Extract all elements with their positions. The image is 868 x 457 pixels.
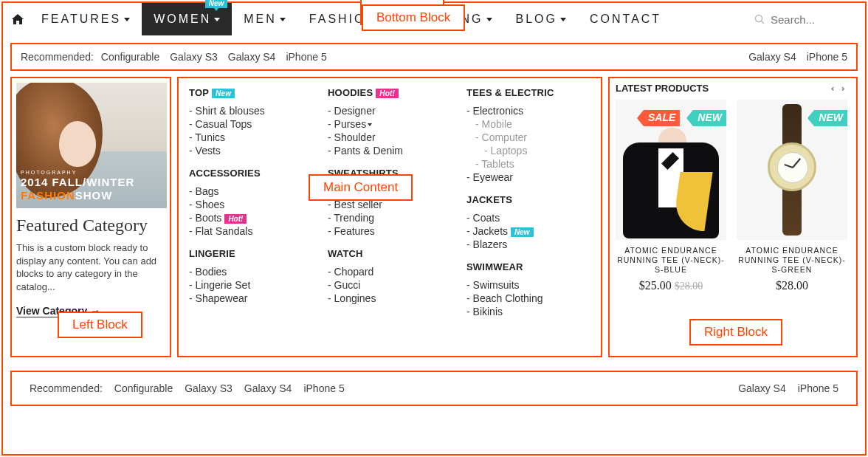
rec-link[interactable]: Galaxy S3 [170, 51, 218, 63]
mega-link[interactable]: BootsHot! [189, 211, 313, 224]
nav-fashion[interactable]: FASHIONHot! [297, 3, 397, 35]
bottom-block: Recommended: ConfigurableGalaxy S3Galaxy… [10, 371, 858, 406]
product-title: ATOMIC ENDURANCE RUNNING TEE (V-NECK)-S-… [737, 246, 847, 275]
mega-link[interactable]: JacketsNew [466, 224, 590, 238]
rec-link[interactable]: Galaxy S3 [185, 382, 232, 394]
svg-point-0 [756, 16, 762, 22]
mega-link[interactable]: Shoulder [328, 131, 452, 144]
product-card[interactable]: SALENEWATOMIC ENDURANCE RUNNING TEE (V-N… [616, 100, 726, 292]
mega-heading: WATCH [328, 248, 452, 259]
mega-link[interactable]: Tablets [466, 157, 590, 171]
mega-link[interactable]: Designer [328, 104, 452, 117]
rec-link[interactable]: iPhone 5 [798, 382, 838, 394]
rec-link[interactable]: iPhone 5 [303, 382, 344, 394]
mega-link[interactable]: Coats [466, 211, 590, 224]
latest-products-title: LATEST PRODUCTS [616, 83, 709, 94]
nav-contact[interactable]: CONTACT [578, 3, 673, 35]
mega-link[interactable]: Tunics [189, 131, 313, 144]
featured-overlay: PHOTOGRAPHY 2014 FALL/WINTER FASHIONSHOW [21, 170, 134, 202]
mega-heading: ACCESSORIES [189, 168, 313, 179]
nav-blog[interactable]: BLOG [504, 3, 578, 35]
mega-link[interactable]: Electronics [466, 104, 590, 117]
top-nav: FEATURESWOMENNewMENFASHIONHot!TRAININGBL… [3, 3, 865, 35]
mega-link[interactable]: Bikinis [466, 305, 590, 318]
rec-link[interactable]: iPhone 5 [807, 51, 847, 63]
mega-link[interactable]: Vests [189, 144, 313, 157]
mega-link[interactable]: Flat Sandals [189, 224, 313, 238]
rec-link[interactable]: Galaxy S4 [244, 382, 292, 394]
mega-link[interactable]: Eyewear [466, 171, 590, 184]
rec-link[interactable]: Galaxy S4 [738, 382, 786, 394]
mega-link[interactable]: Pants & Denim [328, 144, 452, 157]
recommended-label: Recommended: [21, 51, 94, 63]
view-category-link[interactable]: View Category → [16, 305, 100, 317]
featured-desc: This is a custom block ready to display … [16, 241, 165, 293]
left-block: PHOTOGRAPHY 2014 FALL/WINTER FASHIONSHOW… [10, 77, 171, 357]
mega-heading: LINGERIE [189, 248, 313, 259]
mega-link[interactable]: Gucci [328, 278, 452, 292]
mega-link[interactable]: Swimsuits [466, 278, 590, 292]
chevron-down-icon [486, 18, 492, 21]
rec-link[interactable]: iPhone 5 [286, 51, 326, 63]
mega-link[interactable]: Shapewear [189, 292, 313, 305]
mega-link[interactable]: Best seller [328, 198, 452, 211]
chevron-down-icon [368, 123, 372, 126]
nav-training[interactable]: TRAINING [397, 3, 503, 35]
svg-line-1 [762, 21, 765, 24]
mega-link[interactable]: Features [328, 224, 452, 238]
mega-link[interactable]: Beach Clothing [466, 292, 590, 305]
badge-hot!: Hot! [371, 0, 393, 8]
featured-title: Featured Category [16, 216, 165, 236]
ribbon-new: NEW [814, 110, 847, 126]
nav-features[interactable]: FEATURES [30, 3, 142, 35]
search-icon [754, 14, 765, 24]
rec-link[interactable]: Configurable [114, 382, 173, 394]
search-input[interactable] [768, 10, 856, 29]
chevron-down-icon [379, 18, 385, 21]
top-block: Recommended: ConfigurableGalaxy S3Galaxy… [10, 43, 858, 71]
mega-heading: TOPNew [189, 87, 313, 98]
rec-link[interactable]: Galaxy S4 [748, 51, 796, 63]
mega-heading: SWEATSHIRTS [328, 168, 452, 179]
mega-link[interactable]: Bags [189, 185, 313, 198]
ribbon-sale: SALE [644, 110, 680, 126]
chevron-down-icon [124, 18, 130, 21]
nav-men[interactable]: MEN [232, 3, 297, 35]
mega-link[interactable]: Longines [328, 292, 452, 305]
mega-link[interactable]: New arrival [328, 185, 452, 198]
mega-link[interactable]: Bodies [189, 265, 313, 278]
badge-new: New [205, 0, 228, 8]
mega-link[interactable]: Computer [466, 131, 590, 144]
mega-heading: HOODIESHot! [328, 87, 452, 98]
product-card[interactable]: NEWATOMIC ENDURANCE RUNNING TEE (V-NECK)… [737, 100, 847, 292]
mega-link[interactable]: Mobile [466, 117, 590, 131]
mega-link[interactable]: Casual Tops [189, 117, 313, 131]
annotation-right: Right Block [689, 319, 782, 346]
mega-link[interactable]: Trending [328, 211, 452, 224]
mega-link[interactable]: Lingerie Set [189, 278, 313, 292]
product-title: ATOMIC ENDURANCE RUNNING TEE (V-NECK)-S-… [616, 246, 726, 275]
rec-link[interactable]: Galaxy S4 [228, 51, 276, 63]
mega-link[interactable]: Blazers [466, 238, 590, 251]
product-price: $25.00$28.00 [616, 279, 726, 292]
mega-link[interactable]: Shoes [189, 198, 313, 211]
carousel-arrows[interactable]: ‹› [830, 83, 850, 94]
chevron-down-icon [560, 18, 566, 21]
chevron-down-icon [214, 18, 220, 21]
mega-heading: SWIMWEAR [466, 261, 590, 272]
right-block: LATEST PRODUCTS ‹› SALENEWATOMIC ENDURAN… [608, 77, 858, 357]
search-box[interactable] [754, 10, 856, 29]
home-icon[interactable] [12, 14, 30, 24]
mega-link[interactable]: Chopard [328, 265, 452, 278]
rec-link[interactable]: Configurable [101, 51, 159, 63]
nav-women[interactable]: WOMENNew [142, 3, 232, 35]
badge: Hot! [376, 89, 399, 98]
badge: Hot! [224, 214, 247, 224]
mega-link[interactable]: Laptops [466, 144, 590, 157]
featured-image[interactable]: PHOTOGRAPHY 2014 FALL/WINTER FASHIONSHOW [16, 83, 167, 208]
product-image: NEW [737, 100, 847, 240]
mega-link[interactable]: Shirt & blouses [189, 104, 313, 117]
main-content: TOPNewShirt & blousesCasual TopsTunicsVe… [177, 77, 602, 357]
mega-link[interactable]: Purses [328, 117, 452, 131]
recommended-label-bottom: Recommended: [30, 382, 103, 394]
